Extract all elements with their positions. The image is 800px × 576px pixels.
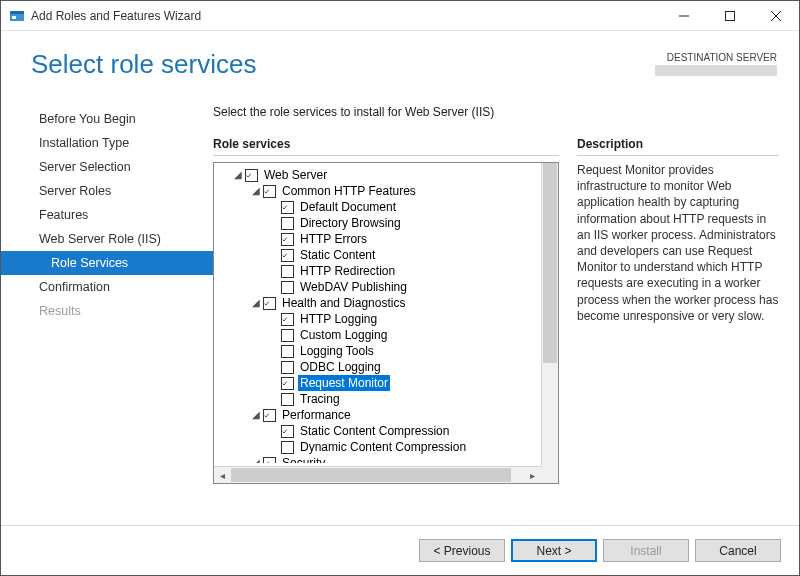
tree-node[interactable]: Default Document [218, 199, 558, 215]
wizard-step[interactable]: Features [1, 203, 213, 227]
checkbox[interactable] [281, 313, 294, 326]
checkbox[interactable] [263, 297, 276, 310]
collapse-icon[interactable]: ◢ [250, 410, 261, 421]
collapse-icon[interactable]: ◢ [250, 186, 261, 197]
tree-node[interactable]: ◢Common HTTP Features [218, 183, 558, 199]
checkbox[interactable] [281, 329, 294, 342]
vertical-scrollbar[interactable] [541, 163, 558, 466]
tree-node-label[interactable]: Web Server [262, 167, 329, 183]
checkbox[interactable] [281, 217, 294, 230]
scroll-right-arrow[interactable]: ▸ [524, 467, 541, 483]
tree-node-label[interactable]: WebDAV Publishing [298, 279, 409, 295]
tree-node[interactable]: ◢Security [218, 455, 558, 463]
tree-node-label[interactable]: Performance [280, 407, 353, 423]
tree-node-label[interactable]: Static Content [298, 247, 377, 263]
wizard-step[interactable]: Role Services [1, 251, 213, 275]
destination-server-name [655, 65, 777, 76]
tree-node-label[interactable]: Tracing [298, 391, 342, 407]
tree-node-label[interactable]: Security [280, 455, 327, 463]
tree-node[interactable]: HTTP Logging [218, 311, 558, 327]
install-button[interactable]: Install [603, 539, 689, 562]
checkbox[interactable] [281, 233, 294, 246]
wizard-step[interactable]: Server Selection [1, 155, 213, 179]
wizard-header: Select role services DESTINATION SERVER [1, 31, 799, 97]
app-icon [9, 8, 25, 24]
tree-node[interactable]: HTTP Redirection [218, 263, 558, 279]
next-button[interactable]: Next > [511, 539, 597, 562]
svg-rect-1 [10, 11, 24, 14]
tree-node[interactable]: Request Monitor [218, 375, 558, 391]
checkbox[interactable] [263, 185, 276, 198]
wizard-footer: < Previous Next > Install Cancel [1, 525, 799, 575]
maximize-button[interactable] [707, 1, 753, 30]
checkbox[interactable] [281, 345, 294, 358]
checkbox[interactable] [281, 377, 294, 390]
tree-node[interactable]: Static Content [218, 247, 558, 263]
wizard-step[interactable]: Before You Begin [1, 107, 213, 131]
collapse-icon[interactable]: ◢ [232, 170, 243, 181]
tree-node-label[interactable]: Default Document [298, 199, 398, 215]
minimize-button[interactable] [661, 1, 707, 30]
checkbox[interactable] [263, 409, 276, 422]
tree-node[interactable]: ODBC Logging [218, 359, 558, 375]
tree-node[interactable]: ◢Performance [218, 407, 558, 423]
tree-node[interactable]: HTTP Errors [218, 231, 558, 247]
tree-node[interactable]: Dynamic Content Compression [218, 439, 558, 455]
checkbox[interactable] [281, 249, 294, 262]
window-title: Add Roles and Features Wizard [31, 9, 661, 23]
tree-node-label[interactable]: HTTP Logging [298, 311, 379, 327]
tree-node-label[interactable]: ODBC Logging [298, 359, 383, 375]
tree-node-label[interactable]: Common HTTP Features [280, 183, 418, 199]
tree-node[interactable]: ◢Web Server [218, 167, 558, 183]
previous-button[interactable]: < Previous [419, 539, 505, 562]
tree-node[interactable]: Logging Tools [218, 343, 558, 359]
checkbox[interactable] [281, 361, 294, 374]
horizontal-scrollbar[interactable]: ◂ ▸ [214, 466, 558, 483]
cancel-button[interactable]: Cancel [695, 539, 781, 562]
close-button[interactable] [753, 1, 799, 30]
role-services-heading: Role services [213, 137, 559, 156]
collapse-icon[interactable]: ◢ [250, 298, 261, 309]
horizontal-scroll-thumb[interactable] [231, 468, 511, 482]
wizard-step[interactable]: Confirmation [1, 275, 213, 299]
tree-node-label[interactable]: Request Monitor [298, 375, 390, 391]
tree-node-label[interactable]: Custom Logging [298, 327, 389, 343]
wizard-steps-sidebar: Before You BeginInstallation TypeServer … [1, 97, 213, 525]
role-services-tree[interactable]: ◢Web Server◢Common HTTP FeaturesDefault … [213, 162, 559, 484]
tree-node[interactable]: Static Content Compression [218, 423, 558, 439]
window-controls [661, 1, 799, 30]
tree-node-label[interactable]: HTTP Errors [298, 231, 369, 247]
destination-server: DESTINATION SERVER [655, 52, 777, 76]
wizard-step[interactable]: Server Roles [1, 179, 213, 203]
wizard-step[interactable]: Installation Type [1, 131, 213, 155]
tree-node[interactable]: Directory Browsing [218, 215, 558, 231]
description-text: Request Monitor provides infrastructure … [577, 162, 779, 324]
tree-node-label[interactable]: Directory Browsing [298, 215, 403, 231]
tree-node-label[interactable]: HTTP Redirection [298, 263, 397, 279]
tree-node[interactable]: ◢Health and Diagnostics [218, 295, 558, 311]
tree-node-label[interactable]: Dynamic Content Compression [298, 439, 468, 455]
intro-text: Select the role services to install for … [213, 105, 779, 119]
checkbox[interactable] [263, 457, 276, 464]
checkbox[interactable] [281, 265, 294, 278]
wizard-step: Results [1, 299, 213, 323]
checkbox[interactable] [281, 441, 294, 454]
checkbox[interactable] [281, 425, 294, 438]
tree-node[interactable]: Tracing [218, 391, 558, 407]
tree-node[interactable]: WebDAV Publishing [218, 279, 558, 295]
wizard-body: Before You BeginInstallation TypeServer … [1, 97, 799, 525]
tree-node-label[interactable]: Health and Diagnostics [280, 295, 407, 311]
wizard-step[interactable]: Web Server Role (IIS) [1, 227, 213, 251]
tree-node-label[interactable]: Logging Tools [298, 343, 376, 359]
tree-node-label[interactable]: Static Content Compression [298, 423, 451, 439]
collapse-icon[interactable]: ◢ [250, 458, 261, 464]
checkbox[interactable] [281, 281, 294, 294]
checkbox[interactable] [281, 393, 294, 406]
description-heading: Description [577, 137, 779, 156]
checkbox[interactable] [281, 201, 294, 214]
vertical-scroll-thumb[interactable] [543, 163, 557, 363]
title-bar: Add Roles and Features Wizard [1, 1, 799, 31]
scroll-left-arrow[interactable]: ◂ [214, 467, 231, 483]
tree-node[interactable]: Custom Logging [218, 327, 558, 343]
checkbox[interactable] [245, 169, 258, 182]
